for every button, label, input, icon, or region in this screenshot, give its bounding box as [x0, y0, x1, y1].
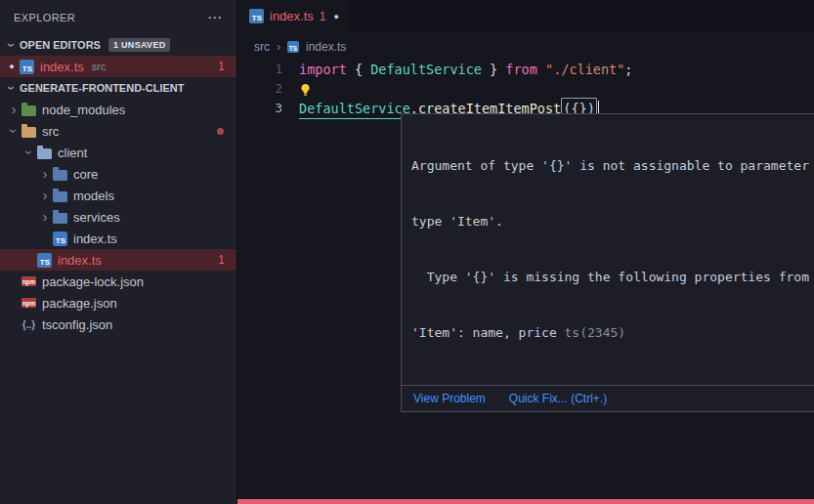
chevron-down-icon: ›	[4, 80, 20, 96]
tree-item-label: node_modules	[42, 103, 125, 117]
view-problem-link[interactable]: View Problem	[413, 392, 486, 405]
folder-icon	[53, 170, 67, 181]
chevron-down-icon: ›	[4, 37, 20, 53]
error-message-line: 'Item': name, price ts(2345)	[411, 323, 814, 342]
folder-icon	[21, 127, 36, 138]
breadcrumb-file[interactable]: index.ts	[306, 40, 346, 54]
token-keyword: from	[505, 60, 545, 79]
error-count-badge: 1	[218, 60, 225, 73]
line-number[interactable]: 1	[237, 60, 282, 79]
tree-item-label: services	[73, 210, 120, 225]
unsaved-count-badge: 1 UNSAVED	[108, 38, 171, 52]
npm-icon: npm	[21, 276, 36, 286]
chevron-right-icon: ›	[37, 166, 53, 182]
more-actions-icon[interactable]: ⋯	[207, 9, 223, 26]
token-punctuation: }	[482, 60, 505, 79]
open-editor-file-detail: src	[92, 61, 107, 72]
json-braces-icon: {..}	[21, 319, 36, 330]
dirty-dot-icon[interactable]: ●	[4, 62, 20, 71]
modified-dot-icon	[217, 128, 224, 135]
tree-item-package-lock-json[interactable]: npm package-lock.json	[0, 271, 236, 292]
tree-item-src[interactable]: › src	[0, 120, 236, 142]
code-area[interactable]: 1 import { DefaultService } from "./clie…	[237, 60, 814, 118]
token-identifier: DefaultService	[370, 60, 482, 79]
error-message-text: 'Item': name, price	[411, 325, 565, 340]
explorer-header: EXPLORER ⋯	[0, 0, 236, 34]
error-hover-tooltip: Argument of type '{}' is not assignable …	[401, 113, 814, 412]
tree-item-label: client	[58, 146, 87, 160]
tree-item-models[interactable]: › models	[0, 185, 236, 206]
tree-item-src-index-ts[interactable]: TS index.ts 1	[0, 249, 236, 271]
error-message-line: Argument of type '{}' is not assignable …	[411, 156, 814, 175]
project-section-label: GENERATE-FRONTEND-CLIENT	[20, 82, 184, 94]
typescript-file-icon: TS	[53, 231, 67, 246]
code-line-2[interactable]: 2	[237, 79, 814, 99]
tab-index-ts[interactable]: TS index.ts 1 ●	[237, 0, 351, 32]
chevron-down-icon: ›	[21, 145, 37, 160]
error-code: ts(2345)	[565, 325, 626, 340]
token-punctuation: ;	[624, 60, 632, 79]
token-identifier: DefaultService	[299, 99, 410, 119]
project-section-header[interactable]: › GENERATE-FRONTEND-CLIENT	[0, 77, 236, 99]
npm-icon: npm	[21, 298, 36, 308]
typescript-file-icon: TS	[249, 9, 264, 23]
chevron-right-icon: ›	[37, 188, 53, 203]
breadcrumb-folder[interactable]: src	[254, 40, 270, 54]
tree-item-tsconfig-json[interactable]: {..} tsconfig.json	[0, 314, 236, 335]
chevron-right-icon: ›	[37, 209, 53, 225]
explorer-title: EXPLORER	[14, 12, 75, 23]
tree-item-services[interactable]: › services	[0, 206, 236, 228]
folder-icon	[53, 191, 67, 202]
line-number[interactable]: 2	[237, 79, 282, 99]
tree-item-label: package.json	[42, 296, 117, 311]
code-line-content: import { DefaultService } from "./client…	[299, 60, 632, 79]
quick-fix-link[interactable]: Quick Fix... (Ctrl+.)	[509, 392, 607, 405]
token-punctuation: {	[355, 60, 370, 79]
open-editors-label: OPEN EDITORS	[20, 39, 101, 51]
explorer-sidebar: EXPLORER ⋯ › OPEN EDITORS 1 UNSAVED ● TS…	[0, 0, 237, 504]
bottom-status-strip	[237, 499, 814, 504]
folder-icon	[37, 148, 52, 159]
chevron-down-icon: ›	[6, 123, 21, 139]
tab-error-count: 1	[320, 10, 326, 23]
tree-item-label: index.ts	[58, 253, 102, 268]
open-editors-header[interactable]: › OPEN EDITORS 1 UNSAVED	[0, 34, 236, 56]
line-number[interactable]: 3	[237, 99, 282, 118]
tab-label: index.ts	[270, 9, 314, 23]
lightbulb-icon[interactable]	[299, 83, 312, 97]
tree-item-client-index-ts[interactable]: TS index.ts	[0, 228, 236, 249]
chevron-right-icon: ›	[6, 102, 21, 117]
typescript-file-icon: TS	[37, 253, 52, 268]
tooltip-actions: View Problem Quick Fix... (Ctrl+.)	[402, 385, 814, 411]
folder-icon	[21, 105, 36, 116]
open-editor-item-index-ts[interactable]: ● TS index.ts src 1	[0, 56, 236, 77]
tree-item-node-modules[interactable]: › node_modules	[0, 99, 236, 120]
error-message-line: type 'Item'.	[411, 212, 814, 231]
code-line-content	[299, 79, 312, 99]
tree-item-label: core	[73, 167, 98, 182]
breadcrumb: src › TS index.ts	[237, 35, 814, 59]
tree-item-label: package-lock.json	[42, 274, 144, 289]
breadcrumb-separator-icon: ›	[277, 40, 280, 54]
folder-icon	[53, 213, 67, 224]
tree-item-core[interactable]: › core	[0, 163, 236, 185]
tree-item-label: src	[42, 124, 59, 139]
error-count-badge: 1	[218, 253, 225, 267]
code-line-1[interactable]: 1 import { DefaultService } from "./clie…	[237, 60, 814, 79]
typescript-file-icon: TS	[287, 41, 299, 53]
open-editor-file-label: index.ts	[40, 60, 84, 74]
tree-item-package-json[interactable]: npm package.json	[0, 292, 236, 314]
tree-item-client[interactable]: › client	[0, 142, 236, 163]
error-message-line: Type '{}' is missing the following prope…	[411, 268, 814, 286]
tab-dirty-dot-icon[interactable]: ●	[334, 12, 339, 21]
tree-item-label: index.ts	[73, 231, 117, 246]
editor-pane: TS index.ts 1 ● src › TS index.ts 1 impo…	[237, 0, 814, 504]
typescript-file-icon: TS	[20, 60, 34, 74]
tree-item-label: tsconfig.json	[42, 317, 112, 332]
tree-item-label: models	[73, 189, 114, 203]
tab-bar: TS index.ts 1 ●	[237, 0, 814, 32]
token-keyword: import	[299, 60, 355, 79]
error-message: Argument of type '{}' is not assignable …	[402, 114, 814, 385]
token-string: "./client"	[545, 60, 624, 79]
vscode-window: EXPLORER ⋯ › OPEN EDITORS 1 UNSAVED ● TS…	[0, 0, 814, 504]
